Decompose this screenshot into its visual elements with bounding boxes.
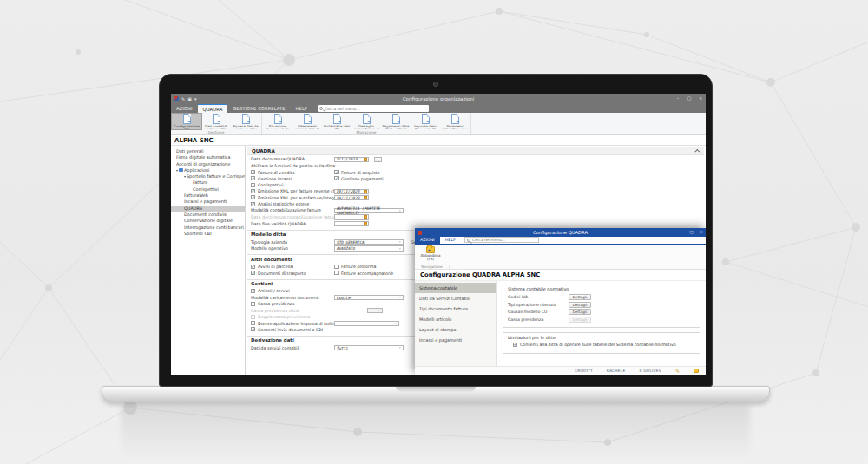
fatture-vendita-checkbox[interactable]	[251, 170, 255, 174]
articoli-servizi-checkbox[interactable]	[251, 289, 255, 293]
imposta-dato-button[interactable]: Imposta dato Denuncia (I)	[411, 114, 440, 129]
tab-azioni[interactable]: AZIONI	[171, 104, 198, 113]
avvisi-parcella-checkbox[interactable]	[251, 265, 255, 269]
nav-sistema-contabile[interactable]: Sistema contabile	[415, 283, 496, 293]
collapse-chevron-icon[interactable]	[694, 149, 700, 154]
laptop-notch	[396, 386, 476, 392]
autofatture-checkbox[interactable]	[251, 195, 255, 199]
dialog-tab-azioni[interactable]: AZIONI	[415, 237, 440, 244]
tree-item-documenti-condivisi[interactable]: Documenti condivisi	[171, 212, 245, 218]
status-env: B GOLIVEV	[639, 369, 661, 373]
document-data-icon	[213, 114, 220, 124]
riclassifica-dati-button[interactable]: Riclassifica dati (R)	[322, 114, 352, 129]
calendar-icon[interactable]	[364, 215, 367, 219]
tree-item-interrogazione-conti[interactable]: Interrogazione conti bancari	[171, 225, 245, 231]
data-fine-field[interactable]	[334, 221, 369, 226]
documenti-trasporto-checkbox[interactable]	[251, 271, 255, 275]
pagamenti-ditta-button[interactable]: Pagamenti ditta (FattureWeb)	[381, 114, 411, 129]
cassa-previdenza-ditta-select[interactable]: ▾	[367, 308, 383, 313]
tree-item-firma-digitale[interactable]: Firma digitale automatica	[171, 154, 245, 160]
tree-item-conservazione[interactable]: Conservazione digitale	[171, 218, 245, 224]
tab-help[interactable]: HELP	[291, 104, 312, 113]
search-icon	[467, 239, 470, 242]
corrispettivi-checkbox[interactable]	[251, 183, 255, 187]
abbandona-button[interactable]: Abbandona (F5)	[418, 246, 444, 262]
date-helper-button[interactable]: →	[374, 157, 382, 162]
tree-item-applicazioni[interactable]: ▾Applicazioni	[171, 167, 245, 173]
calendar-icon[interactable]	[364, 222, 367, 225]
fatture-acquisto-checkbox[interactable]	[334, 170, 339, 174]
parametri-riclassificazione-button[interactable]: Parametri riclassificazione (R)	[440, 114, 470, 129]
dettagli-causali-cu-button[interactable]: Dettagli	[569, 309, 591, 315]
main-ribbon-tabs: AZIONI QUADRA GESTIONE CORRELATE HELP	[171, 103, 706, 113]
analisi-checkbox[interactable]	[251, 202, 255, 206]
dialog-tab-help[interactable]: HELP	[440, 237, 461, 244]
dati-servizi-select[interactable]: Tutti▾	[334, 345, 404, 350]
dettagli-codici-iva-button[interactable]: Dettagli	[569, 294, 591, 300]
chevron-down-icon: ▾	[399, 296, 401, 299]
document-edit-icon	[333, 114, 341, 124]
riferimenti-incassi-button[interactable]: Riferimenti incassi dati di FattureWeb (…	[293, 114, 322, 129]
gestione-incassi-checkbox[interactable]	[251, 176, 255, 180]
autofatture-date[interactable]: 14/11/2023	[334, 195, 369, 200]
calendar-icon[interactable]	[364, 190, 367, 193]
data-decorrenza-field[interactable]: 1/12/2023	[334, 157, 369, 162]
modalita-caricamento-select[interactable]: Codice▾	[334, 295, 404, 300]
nav-dati-servizi[interactable]: Dati da Servizi Contabili	[415, 293, 496, 304]
calendar-icon[interactable]	[364, 196, 367, 199]
nav-tipi-documento[interactable]: Tipi documento fatture	[415, 304, 496, 314]
tree-item-fatturaweb[interactable]: FatturaWeb	[171, 193, 245, 199]
modello-operativo-select[interactable]: AVANZATO▾	[334, 245, 404, 251]
tab-gestione-correlate[interactable]: GESTIONE CORRELATE	[227, 104, 290, 113]
tree-item-sportello-fatture[interactable]: ▾Sportello fatture e Corrispettivi	[171, 173, 245, 180]
expander-icon[interactable]: ▾	[176, 168, 178, 173]
gestione-pagamenti-checkbox[interactable]	[334, 176, 339, 180]
tree-item-sportello-cbi[interactable]: Sportello CBI	[171, 231, 245, 237]
dialog-tabs: AZIONI HELP	[415, 237, 706, 245]
reverse-charge-checkbox[interactable]	[251, 189, 255, 193]
tree-item-dati-generali[interactable]: Dati generali	[171, 148, 245, 154]
nav-layout-stampa[interactable]: Layout di stampa	[415, 324, 496, 335]
modalita-contab-select[interactable]: AUTOMATICA (PARTITE CONTABILI)▾	[334, 208, 404, 213]
document-ref-icon	[304, 114, 312, 124]
dialog-search[interactable]	[464, 237, 539, 243]
data-decorrenza-contab-field[interactable]	[334, 214, 369, 219]
tree-item-fatture[interactable]: Fatture	[171, 180, 245, 186]
situazione-documenti-button[interactable]: Situazione documenti da fatturare (D)	[263, 114, 293, 129]
consenti-ditta-checkbox[interactable]	[513, 343, 517, 347]
dialog-title: Configurazione QUADRA	[415, 230, 706, 235]
tree-item-corrispettivi[interactable]: Corrispettivi	[171, 186, 245, 193]
fatture-proforma-checkbox[interactable]	[334, 265, 339, 269]
dettagli-tipi-operazione-button[interactable]: Dettagli	[569, 302, 591, 308]
ribbon-search[interactable]	[318, 105, 429, 112]
chevron-down-icon: ▾	[378, 309, 380, 312]
nav-incassi-pagamenti[interactable]: Incassi e pagamenti	[415, 335, 496, 345]
tree-item-quadra[interactable]: QUADRA	[171, 206, 245, 212]
dialog-search-input[interactable]	[472, 238, 536, 242]
cassa-previdenza-checkbox[interactable]	[251, 302, 255, 306]
tab-quadra[interactable]: QUADRA	[198, 104, 228, 113]
ripresa-dati-button[interactable]: Ripresa dati da gestione ditte	[231, 114, 260, 129]
esente-bollo-checkbox[interactable]	[251, 321, 255, 325]
dati-contabili-button[interactable]: Dati contabili gestione ditte	[201, 114, 231, 129]
tree-item-incassi[interactable]: Incassi e pagamenti	[171, 199, 245, 205]
status-user-2: RACHELE	[607, 369, 626, 373]
quadra-panel-header[interactable]: QUADRA	[247, 147, 704, 155]
expander-icon[interactable]: ▾	[184, 174, 186, 179]
dialog-nav: Sistema contabile Dati da Servizi Contab…	[415, 281, 497, 366]
nav-modelli-articolo[interactable]: Modelli articolo	[415, 314, 496, 324]
fatture-accompagnatorie-checkbox[interactable]	[334, 271, 339, 275]
tree-item-accordi[interactable]: Accordi di organizzazione	[171, 161, 245, 167]
consenti-sdi-checkbox[interactable]	[251, 327, 255, 331]
esente-bollo-select[interactable]: ▾	[334, 321, 399, 326]
calendar-icon[interactable]	[364, 158, 367, 161]
configurazione-button[interactable]: Configurazione (D)	[172, 114, 201, 129]
doppia-cassa-checkbox[interactable]	[251, 315, 255, 319]
tipologia-select[interactable]: STD GENERICA▾	[334, 239, 404, 245]
reverse-charge-date[interactable]: 14/11/2023	[334, 189, 369, 194]
pencil-status-icon[interactable]: ✎	[675, 369, 680, 374]
note-status-icon[interactable]	[694, 369, 699, 373]
dettagli-cassa-previdenza-button[interactable]: Dettagli	[569, 317, 591, 323]
dettaglio-riclassificazioni-button[interactable]: Dettaglio riclassificazioni (FT)	[352, 114, 381, 129]
search-input[interactable]	[325, 107, 427, 111]
